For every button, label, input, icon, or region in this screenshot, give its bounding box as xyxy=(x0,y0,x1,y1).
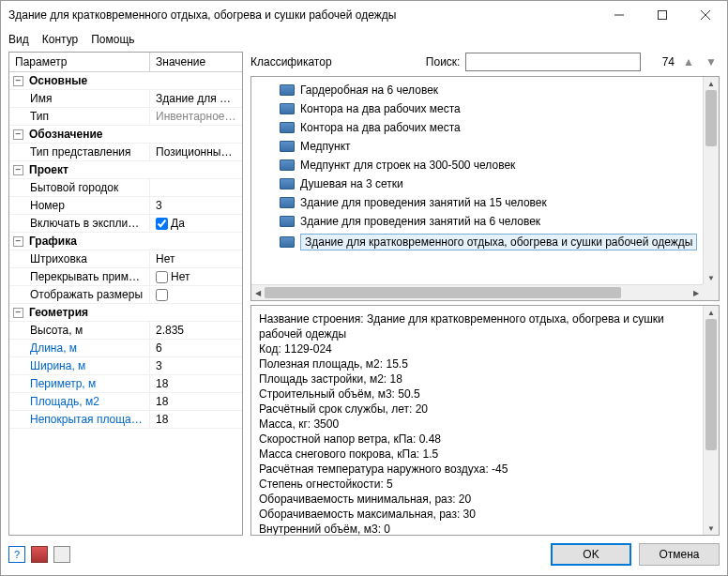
tree-item[interactable]: Гардеробная на 6 человек xyxy=(251,81,703,99)
building-icon xyxy=(280,84,295,96)
classifier-tree[interactable]: Гардеробная на 6 человек Контора на два … xyxy=(250,76,720,301)
classifier-bar: Классификатор Поиск: 74 ▲ ▼ xyxy=(250,52,720,72)
overlap-checkbox[interactable] xyxy=(156,271,168,283)
tree-item[interactable]: Медпункт xyxy=(251,137,703,156)
scrollbar-thumb[interactable] xyxy=(705,319,717,450)
tree-item[interactable]: Здание для проведения занятий на 6 челов… xyxy=(251,212,703,231)
scrollbar-thumb[interactable] xyxy=(705,90,717,146)
prop-include[interactable]: Включать в экспликациюДа xyxy=(9,215,242,233)
prop-area[interactable]: Площадь, м218 xyxy=(9,393,242,411)
group-designation[interactable]: −Обозначение xyxy=(9,126,242,144)
close-button[interactable] xyxy=(684,1,727,29)
collapse-icon[interactable]: − xyxy=(13,76,23,86)
tree-item[interactable]: Контора на два рабочих места xyxy=(251,118,703,137)
prop-name[interactable]: ИмяЗдание для … xyxy=(9,90,242,108)
scroll-down-icon[interactable]: ▼ xyxy=(704,522,719,535)
property-header: Параметр Значение xyxy=(9,53,242,72)
detail-panel: Название строения: Здание для кратковрем… xyxy=(250,305,720,536)
search-label: Поиск: xyxy=(426,55,461,68)
scroll-down-icon[interactable]: ▼ xyxy=(704,271,719,284)
prop-repr-type[interactable]: Тип представленияПозиционны… xyxy=(9,144,242,161)
prop-uncovered-area[interactable]: Непокрытая площадь, м218 xyxy=(9,411,242,429)
scroll-up-icon[interactable]: ▲ xyxy=(704,77,719,90)
menu-help[interactable]: Помощь xyxy=(91,33,134,46)
detail-text: Название строения: Здание для кратковрем… xyxy=(251,306,703,535)
include-checkbox[interactable] xyxy=(156,218,168,230)
group-main[interactable]: −Основные xyxy=(9,72,242,90)
building-icon xyxy=(280,103,295,114)
footer: ? OK Отмена xyxy=(8,541,720,568)
group-graphics[interactable]: −Графика xyxy=(9,233,242,250)
building-icon xyxy=(280,159,295,171)
prop-camp[interactable]: Бытовой городок xyxy=(9,179,242,197)
building-icon xyxy=(280,141,295,152)
tool-icon-3[interactable] xyxy=(53,546,70,563)
collapse-icon[interactable]: − xyxy=(13,308,23,318)
building-icon xyxy=(280,197,295,208)
prop-type[interactable]: ТипИнвентарное… xyxy=(9,108,242,126)
showdims-checkbox[interactable] xyxy=(156,289,168,301)
building-icon xyxy=(280,216,295,227)
prop-hatch[interactable]: ШтриховкаНет xyxy=(9,250,242,268)
collapse-icon[interactable]: − xyxy=(13,236,23,247)
scrollbar-thumb[interactable] xyxy=(265,287,621,298)
prop-width[interactable]: Ширина, м3 xyxy=(9,357,242,375)
prop-height[interactable]: Высота, м2.835 xyxy=(9,322,242,340)
scroll-up-icon[interactable]: ▲ xyxy=(704,306,719,319)
tree-item[interactable]: Здание для проведения занятий на 15 чело… xyxy=(251,193,703,212)
tree-item-selected[interactable]: Здание для кратковременного отдыха, обог… xyxy=(251,231,703,253)
header-value: Значение xyxy=(150,53,211,71)
svg-rect-1 xyxy=(659,11,667,20)
ok-button[interactable]: OK xyxy=(551,543,631,566)
menu-contour[interactable]: Контур xyxy=(42,33,78,46)
scroll-right-icon[interactable]: ▶ xyxy=(690,285,703,300)
prop-number[interactable]: Номер3 xyxy=(9,197,242,215)
arrow-up-icon[interactable]: ▲ xyxy=(680,53,697,70)
result-count: 74 xyxy=(646,55,675,68)
prop-perimeter[interactable]: Периметр, м18 xyxy=(9,375,242,393)
menu-view[interactable]: Вид xyxy=(8,33,29,46)
tree-vertical-scrollbar[interactable]: ▲▼ xyxy=(703,77,719,284)
collapse-icon[interactable]: − xyxy=(13,165,23,175)
property-grid[interactable]: Параметр Значение −Основные ИмяЗдание дл… xyxy=(8,52,243,536)
prop-overlap[interactable]: Перекрывать примитивыНет xyxy=(9,268,242,286)
search-input[interactable] xyxy=(465,53,641,71)
menubar: Вид Контур Помощь xyxy=(1,29,727,50)
building-icon xyxy=(280,236,295,248)
tree-item[interactable]: Медпункт для строек на 300-500 человек xyxy=(251,156,703,174)
tool-icon-2[interactable] xyxy=(31,546,48,563)
group-geometry[interactable]: −Геометрия xyxy=(9,304,242,322)
classifier-label: Классификатор xyxy=(250,55,332,68)
minimize-button[interactable] xyxy=(598,1,641,29)
prop-length[interactable]: Длина, м6 xyxy=(9,340,242,357)
cancel-button[interactable]: Отмена xyxy=(639,543,720,566)
tree-horizontal-scrollbar[interactable]: ◀▶ xyxy=(251,284,703,300)
collapse-icon[interactable]: − xyxy=(13,129,23,140)
header-param: Параметр xyxy=(9,53,150,71)
tree-item[interactable]: Душевая на 3 сетки xyxy=(251,174,703,193)
building-icon xyxy=(280,178,295,189)
maximize-button[interactable] xyxy=(641,1,684,29)
titlebar: Здание для кратковременного отдыха, обог… xyxy=(1,1,727,29)
scroll-left-icon[interactable]: ◀ xyxy=(251,285,265,300)
building-icon xyxy=(280,122,295,133)
detail-vertical-scrollbar[interactable]: ▲▼ xyxy=(703,306,719,535)
group-project[interactable]: −Проект xyxy=(9,161,242,179)
arrow-down-icon[interactable]: ▼ xyxy=(703,53,720,70)
prop-showdims[interactable]: Отображать размеры xyxy=(9,286,242,304)
scrollbar-corner xyxy=(703,284,719,300)
tree-item[interactable]: Контора на два рабочих места xyxy=(251,99,703,118)
window-title: Здание для кратковременного отдыха, обог… xyxy=(8,8,598,22)
help-icon[interactable]: ? xyxy=(8,546,25,563)
